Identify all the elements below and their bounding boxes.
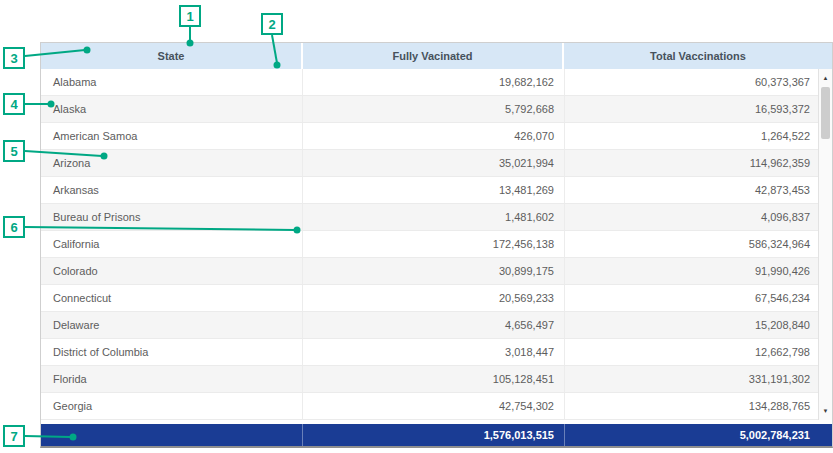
cell-state: Delaware xyxy=(41,312,303,338)
table-row[interactable]: Colorado 30,899,175 91,990,426 xyxy=(41,258,832,285)
vertical-scrollbar[interactable]: ▲ ▼ xyxy=(818,69,832,420)
column-header-state[interactable]: State xyxy=(41,43,303,69)
cell-fully-vaccinated: 35,021,994 xyxy=(303,150,565,176)
cell-total-vaccinations: 67,546,234 xyxy=(565,285,832,311)
cell-fully-vaccinated: 3,018,447 xyxy=(303,339,565,365)
table-row[interactable]: Connecticut 20,569,233 67,546,234 xyxy=(41,285,832,312)
cell-state: Florida xyxy=(41,366,303,392)
cell-total-vaccinations: 4,096,837 xyxy=(565,204,832,230)
cell-fully-vaccinated: 42,754,302 xyxy=(303,393,565,419)
table-row[interactable]: District of Columbia 3,018,447 12,662,79… xyxy=(41,339,832,366)
cell-total-vaccinations: 1,264,522 xyxy=(565,123,832,149)
table-header-row: State Fully Vacinated Total Vaccinations xyxy=(41,43,832,69)
cell-total-vaccinations: 586,324,964 xyxy=(565,231,832,257)
cell-state: American Samoa xyxy=(41,123,303,149)
table-row[interactable]: Florida 105,128,451 331,191,302 xyxy=(41,366,832,393)
cell-state: Colorado xyxy=(41,258,303,284)
cell-fully-vaccinated: 30,899,175 xyxy=(303,258,565,284)
cell-state: Arizona xyxy=(41,150,303,176)
cell-total-vaccinations: 91,990,426 xyxy=(565,258,832,284)
total-cell-fully-vaccinated: 1,576,013,515 xyxy=(303,424,565,446)
cell-state: Bureau of Prisons xyxy=(41,204,303,230)
column-header-fully-vaccinated[interactable]: Fully Vacinated xyxy=(303,43,564,69)
table-row[interactable]: Alaska 5,792,668 16,593,372 xyxy=(41,96,832,123)
callout-1: 1 xyxy=(179,5,201,27)
table-total-row: 1,576,013,515 5,002,784,231 xyxy=(41,424,832,446)
cell-state: Alaska xyxy=(41,96,303,122)
cell-state: Connecticut xyxy=(41,285,303,311)
table-body: Alabama 19,682,162 60,373,367 Alaska 5,7… xyxy=(41,69,832,420)
table-row[interactable]: California 172,456,138 586,324,964 xyxy=(41,231,832,258)
cell-total-vaccinations: 331,191,302 xyxy=(565,366,832,392)
table-row[interactable]: American Samoa 426,070 1,264,522 xyxy=(41,123,832,150)
cell-total-vaccinations: 42,873,453 xyxy=(565,177,832,203)
table-row[interactable]: Georgia 42,754,302 134,288,765 xyxy=(41,393,832,420)
table-row[interactable]: Bureau of Prisons 1,481,602 4,096,837 xyxy=(41,204,832,231)
cell-state: Arkansas xyxy=(41,177,303,203)
cell-fully-vaccinated: 5,792,668 xyxy=(303,96,565,122)
callout-5: 5 xyxy=(3,140,25,162)
scroll-down-button[interactable]: ▼ xyxy=(819,404,832,418)
cell-fully-vaccinated: 19,682,162 xyxy=(303,69,565,95)
callout-4: 4 xyxy=(3,93,25,115)
table-row[interactable]: Delaware 4,656,497 15,208,840 xyxy=(41,312,832,339)
cell-total-vaccinations: 12,662,798 xyxy=(565,339,832,365)
callout-7: 7 xyxy=(3,425,25,447)
cell-total-vaccinations: 60,373,367 xyxy=(565,69,832,95)
total-cell-total-vaccinations: 5,002,784,231 xyxy=(565,424,832,446)
vaccinations-table: State Fully Vacinated Total Vaccinations… xyxy=(40,42,833,448)
screenshot-root: State Fully Vacinated Total Vaccinations… xyxy=(0,0,833,453)
total-cell-empty xyxy=(41,424,303,446)
callout-3: 3 xyxy=(3,47,25,69)
scroll-up-icon: ▲ xyxy=(823,75,829,81)
cell-total-vaccinations: 16,593,372 xyxy=(565,96,832,122)
scroll-down-icon: ▼ xyxy=(823,408,829,414)
cell-fully-vaccinated: 172,456,138 xyxy=(303,231,565,257)
callout-6: 6 xyxy=(3,216,25,238)
cell-fully-vaccinated: 20,569,233 xyxy=(303,285,565,311)
column-header-total-vaccinations[interactable]: Total Vaccinations xyxy=(564,43,832,69)
cell-total-vaccinations: 114,962,359 xyxy=(565,150,832,176)
cell-fully-vaccinated: 1,481,602 xyxy=(303,204,565,230)
cell-total-vaccinations: 134,288,765 xyxy=(565,393,832,419)
cell-total-vaccinations: 15,208,840 xyxy=(565,312,832,338)
table-row[interactable]: Arizona 35,021,994 114,962,359 xyxy=(41,150,832,177)
table-row[interactable]: Arkansas 13,481,269 42,873,453 xyxy=(41,177,832,204)
cell-state: Georgia xyxy=(41,393,303,419)
cell-fully-vaccinated: 105,128,451 xyxy=(303,366,565,392)
cell-state: Alabama xyxy=(41,69,303,95)
table-row[interactable]: Alabama 19,682,162 60,373,367 xyxy=(41,69,832,96)
callout-2: 2 xyxy=(261,13,283,35)
cell-fully-vaccinated: 13,481,269 xyxy=(303,177,565,203)
scroll-up-button[interactable]: ▲ xyxy=(819,71,832,85)
cell-fully-vaccinated: 4,656,497 xyxy=(303,312,565,338)
scrollbar-thumb[interactable] xyxy=(821,87,830,139)
cell-state: California xyxy=(41,231,303,257)
cell-fully-vaccinated: 426,070 xyxy=(303,123,565,149)
cell-state: District of Columbia xyxy=(41,339,303,365)
